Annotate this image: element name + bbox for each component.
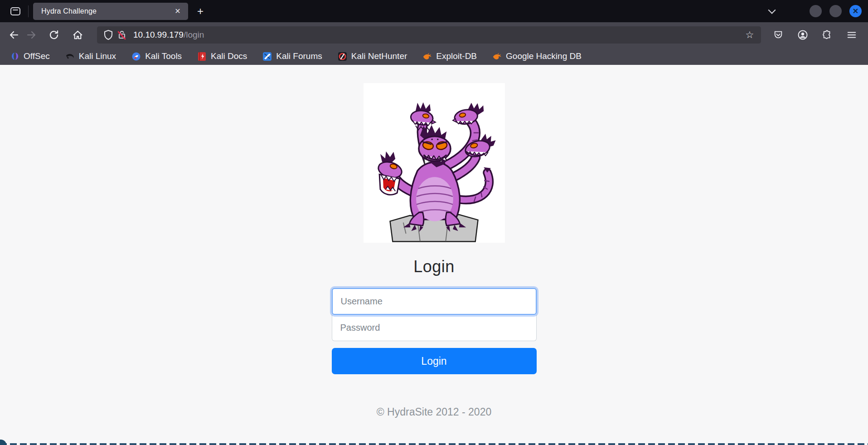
hydra-head-center [418,125,450,161]
extensions-icon[interactable] [819,27,835,43]
kali-docs-icon [197,52,207,61]
firefox-view-button[interactable] [6,3,24,20]
pocket-icon[interactable] [770,27,786,43]
account-icon[interactable] [795,27,811,43]
bookmarks-bar: OffSec Kali Linux Kali Tools Kali Docs K… [0,48,868,65]
google-hacking-db-icon [492,52,502,61]
bookmark-star-icon[interactable]: ☆ [743,28,756,42]
url-bar[interactable]: 10.10.99.179/login ☆ [97,26,761,44]
login-form: Login [332,288,537,374]
url-host: 10.10.99.179 [133,30,184,39]
username-input[interactable] [332,288,537,315]
bookmark-label: Kali Tools [145,51,182,61]
bookmark-label: Kali Linux [79,51,116,61]
bookmark-offsec[interactable]: OffSec [10,51,50,61]
kali-forums-icon [262,52,272,61]
tab-separator [28,5,29,17]
home-icon [72,29,83,41]
web-page-content: Login Login © HydraSite 2012 - 2020 [0,65,868,445]
hydra-image [364,83,505,243]
hydra-head-top-right [452,103,483,125]
kali-tools-icon [131,52,141,61]
bookmark-exploit-db[interactable]: Exploit-DB [422,51,477,61]
window-controls: ✕ [810,5,862,17]
url-text[interactable]: 10.10.99.179/login [133,30,743,40]
bookmark-label: OffSec [24,51,50,61]
bookmark-kali-nethunter[interactable]: Kali NetHunter [338,51,407,61]
navigation-toolbar: 10.10.99.179/login ☆ [0,22,868,48]
login-button[interactable]: Login [332,348,537,374]
bookmark-kali-docs[interactable]: Kali Docs [197,51,247,61]
reload-button[interactable] [45,26,63,44]
bookmark-label: Kali Docs [211,51,247,61]
chevron-down-icon [768,6,776,14]
offsec-icon [10,52,19,61]
home-button[interactable] [69,26,86,44]
tracking-protection-shield-icon[interactable] [102,28,115,42]
tab-hydra-challenge[interactable]: Hydra Challenge ✕ [33,3,188,20]
minimize-button[interactable] [810,5,822,17]
bookmark-google-hacking-db[interactable]: Google Hacking DB [492,51,582,61]
list-all-tabs-button[interactable] [764,4,780,19]
browser-window: Hydra Challenge ✕ + ✕ [0,0,868,445]
forward-button[interactable] [23,26,40,44]
url-path: /login [184,30,204,39]
kali-nethunter-icon [338,52,347,61]
menu-icon[interactable] [844,27,860,43]
back-arrow-icon [9,29,19,40]
kali-linux-icon [65,52,75,61]
bookmark-kali-linux[interactable]: Kali Linux [65,51,116,61]
bookmark-kali-tools[interactable]: Kali Tools [131,51,182,61]
bookmark-kali-forums[interactable]: Kali Forums [262,51,322,61]
window-close-button[interactable]: ✕ [849,5,862,17]
bookmark-label: Kali NetHunter [351,51,407,61]
exploit-db-icon [422,52,432,61]
tab-bar: Hydra Challenge ✕ + ✕ [0,0,868,22]
copyright-footer: © HydraSite 2012 - 2020 [377,406,491,418]
bookmark-label: Kali Forums [276,51,322,61]
bookmark-label: Google Hacking DB [506,51,582,61]
new-tab-button[interactable]: + [193,4,208,19]
back-button[interactable] [5,26,23,44]
page-title: Login [413,257,455,276]
bottom-edge-strip [0,443,868,445]
password-input[interactable] [332,314,537,341]
forward-arrow-icon [26,29,37,40]
toolbar-right-icons [770,27,860,43]
tab-title: Hydra Challenge [41,7,172,15]
insecure-lock-icon[interactable] [115,28,129,42]
firefox-view-icon [10,7,20,15]
reload-icon [48,29,59,40]
maximize-button[interactable] [829,5,842,17]
bookmark-label: Exploit-DB [436,51,477,61]
tab-close-icon[interactable]: ✕ [172,5,184,17]
